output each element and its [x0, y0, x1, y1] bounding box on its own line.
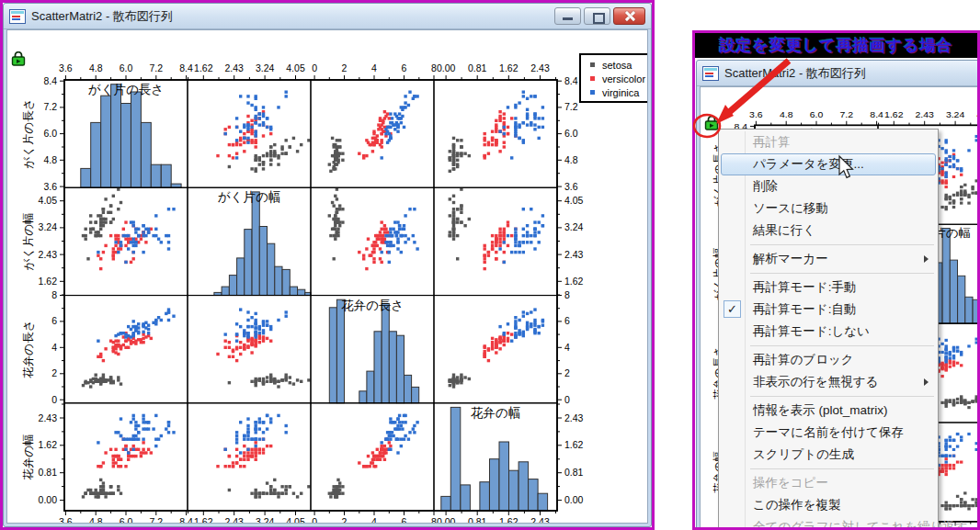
restore-icon [593, 13, 605, 24]
svg-text:2.43: 2.43 [530, 516, 550, 524]
menu-item[interactable]: 解析マーカー [721, 248, 936, 270]
svg-text:1.62: 1.62 [564, 276, 584, 287]
svg-text:6.0: 6.0 [810, 109, 824, 119]
menu-separator [721, 343, 936, 349]
svg-text:8.4: 8.4 [43, 75, 57, 86]
menu-item-label: ソースに移動 [753, 200, 828, 217]
svg-text:4.05: 4.05 [564, 195, 584, 206]
svg-text:8.4: 8.4 [179, 62, 193, 73]
left-window-highlight-frame: ScatterMatri2 - 散布図行列 3.63.64.84.86.06.0… [0, 0, 655, 530]
graph-client-area: 3.63.64.84.86.06.07.27.28.48.43.63.64.84… [6, 29, 648, 524]
svg-text:8.4: 8.4 [179, 516, 193, 524]
svg-text:4.8: 4.8 [43, 154, 57, 165]
graph-document-icon-2 [702, 66, 719, 81]
svg-text:0.81: 0.81 [468, 516, 487, 524]
legend-marker [590, 62, 595, 67]
svg-text:7.2: 7.2 [149, 62, 163, 73]
menu-separator [721, 466, 936, 472]
svg-text:花弁の幅: 花弁の幅 [22, 434, 35, 480]
recalculate-lock-icon-2[interactable] [704, 116, 719, 130]
legend[interactable]: setosaversicolorvirginica [579, 53, 648, 103]
graph-window-2-titlebar[interactable]: ScatterMatri2 - 散布図行列 [697, 61, 980, 86]
svg-text:6: 6 [402, 516, 407, 524]
svg-text:がく片の長さ: がく片の長さ [22, 99, 35, 169]
restore-button[interactable] [584, 7, 610, 25]
svg-text:6.0: 6.0 [120, 62, 133, 73]
svg-text:がく片の幅: がく片の幅 [22, 212, 35, 270]
legend-label: versicolor [602, 73, 645, 85]
svg-text:1.62: 1.62 [39, 439, 58, 450]
menu-item-label: 解析マーカー [753, 251, 828, 267]
menu-item[interactable]: 非表示の行を無視する [721, 371, 936, 393]
menu-item[interactable]: スクリプトの生成 [721, 444, 936, 466]
context-menu: 再計算パラメータを変更...削除ソースに移動結果に行く解析マーカー再計算モード:… [718, 129, 939, 530]
svg-text:7.2: 7.2 [564, 101, 578, 112]
svg-text:0.00: 0.00 [437, 62, 456, 73]
svg-text:4.8: 4.8 [89, 516, 103, 524]
svg-text:3.6: 3.6 [43, 181, 57, 192]
menu-item[interactable]: ソースに移動 [721, 197, 936, 220]
graph-window[interactable]: ScatterMatri2 - 散布図行列 3.63.64.84.86.06.0… [3, 3, 652, 527]
menu-separator [721, 393, 936, 400]
svg-text:4: 4 [371, 516, 377, 524]
menu-item[interactable]: テーマに名前を付けて保存 [721, 422, 936, 444]
menu-item-label: この操作を複製 [753, 497, 840, 513]
menu-item[interactable]: 再計算モード:手動 [721, 276, 936, 299]
svg-text:4.8: 4.8 [780, 109, 793, 119]
menu-item[interactable]: 再計算モード:しない [721, 321, 936, 343]
close-button[interactable] [613, 7, 645, 25]
svg-text:7.2: 7.2 [840, 109, 854, 119]
svg-text:1.62: 1.62 [194, 516, 213, 524]
svg-text:6.0: 6.0 [43, 128, 57, 139]
svg-text:花弁の長さ: 花弁の長さ [22, 321, 35, 379]
menu-item-label: スクリプトの生成 [753, 446, 854, 463]
legend-marker [590, 76, 595, 81]
svg-text:0.81: 0.81 [564, 467, 584, 478]
svg-text:2.43: 2.43 [39, 412, 58, 423]
menu-item[interactable]: 削除 [721, 175, 936, 197]
svg-text:6: 6 [564, 315, 570, 326]
menu-item[interactable]: ✓再計算モード:自動 [721, 299, 936, 321]
svg-text:2.43: 2.43 [915, 109, 934, 119]
svg-text:3.24: 3.24 [946, 109, 965, 119]
menu-item-label: 再計算モード:手動 [753, 279, 856, 296]
minimize-button[interactable] [554, 7, 581, 25]
menu-item[interactable]: パラメータを変更... [721, 153, 936, 175]
svg-text:0: 0 [312, 62, 317, 73]
svg-text:4.8: 4.8 [89, 62, 103, 73]
menu-item[interactable]: この操作を複製 [721, 494, 936, 516]
legend-label: virginica [602, 87, 639, 98]
svg-text:1.62: 1.62 [884, 109, 904, 119]
menu-item-label: 再計算 [753, 134, 791, 151]
svg-text:8: 8 [564, 289, 570, 300]
svg-text:3.24: 3.24 [256, 62, 275, 73]
svg-text:3.6: 3.6 [59, 516, 73, 524]
submenu-arrow-icon [924, 255, 929, 263]
svg-text:1.62: 1.62 [194, 62, 213, 73]
svg-text:0: 0 [312, 516, 317, 524]
menu-item[interactable]: 結果に行く [721, 220, 936, 242]
svg-text:3.6: 3.6 [749, 109, 763, 119]
recalculate-lock-icon[interactable] [11, 51, 26, 66]
svg-text:4: 4 [51, 342, 57, 353]
svg-text:2.43: 2.43 [564, 412, 584, 423]
svg-text:花弁の長さ: 花弁の長さ [341, 299, 404, 312]
svg-text:0.81: 0.81 [468, 62, 487, 73]
menu-item[interactable]: 情報を表示 (plot_matrix) [721, 400, 936, 422]
graph-window-titlebar[interactable]: ScatterMatri2 - 散布図行列 [4, 4, 651, 29]
svg-text:0: 0 [51, 394, 57, 405]
svg-text:1.62: 1.62 [39, 276, 58, 287]
menu-item[interactable]: 再計算のブロック [721, 349, 936, 371]
legend-marker [590, 90, 595, 95]
menu-item: 再計算 [721, 131, 936, 153]
svg-text:6.0: 6.0 [564, 128, 578, 139]
svg-text:4.05: 4.05 [976, 109, 980, 119]
svg-text:8.4: 8.4 [564, 75, 578, 86]
svg-text:7.2: 7.2 [149, 516, 163, 524]
caption-banner: 設定を変更して再描画する場合 [695, 33, 977, 58]
svg-text:6: 6 [402, 62, 407, 73]
svg-text:がく片の幅: がく片の幅 [218, 190, 280, 204]
svg-text:3.6: 3.6 [59, 62, 73, 73]
svg-text:4.05: 4.05 [39, 195, 58, 206]
menu-item-label: 再計算モード:しない [753, 323, 870, 340]
